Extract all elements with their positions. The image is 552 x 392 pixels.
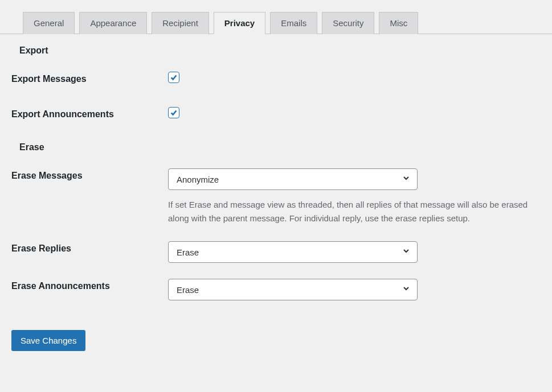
erase-announcements-label: Erase Announcements <box>11 279 168 291</box>
export-messages-checkbox[interactable] <box>168 72 179 83</box>
erase-announcements-select[interactable] <box>168 279 418 300</box>
export-messages-label: Export Messages <box>11 72 168 84</box>
erase-messages-row: Erase Messages If set Erase and message … <box>11 168 541 225</box>
tab-privacy[interactable]: Privacy <box>214 12 265 34</box>
export-announcements-row: Export Announcements <box>11 107 541 119</box>
erase-replies-select[interactable] <box>168 241 418 263</box>
export-section-heading: Export <box>11 46 541 56</box>
erase-messages-label: Erase Messages <box>11 168 168 181</box>
export-announcements-label: Export Announcements <box>11 107 168 119</box>
checkmark-icon <box>170 109 178 117</box>
erase-replies-label: Erase Replies <box>11 241 168 254</box>
erase-replies-row: Erase Replies <box>11 241 541 263</box>
tab-misc[interactable]: Misc <box>379 12 418 34</box>
tab-general[interactable]: General <box>23 12 75 34</box>
tab-emails[interactable]: Emails <box>270 12 317 34</box>
tab-appearance[interactable]: Appearance <box>79 12 147 34</box>
tab-security[interactable]: Security <box>322 12 374 34</box>
erase-announcements-row: Erase Announcements <box>11 279 541 300</box>
settings-content: Export Export Messages Export Announceme… <box>0 34 552 368</box>
erase-section-heading: Erase <box>11 142 541 152</box>
tab-recipient[interactable]: Recipient <box>152 12 209 34</box>
erase-messages-help: If set Erase and message view as threade… <box>168 198 541 225</box>
export-announcements-checkbox[interactable] <box>168 107 179 118</box>
checkmark-icon <box>170 73 178 81</box>
export-messages-row: Export Messages <box>11 72 541 84</box>
settings-tabs: General Appearance Recipient Privacy Ema… <box>0 0 552 34</box>
save-changes-button[interactable]: Save Changes <box>11 330 85 351</box>
erase-messages-select[interactable] <box>168 168 418 190</box>
